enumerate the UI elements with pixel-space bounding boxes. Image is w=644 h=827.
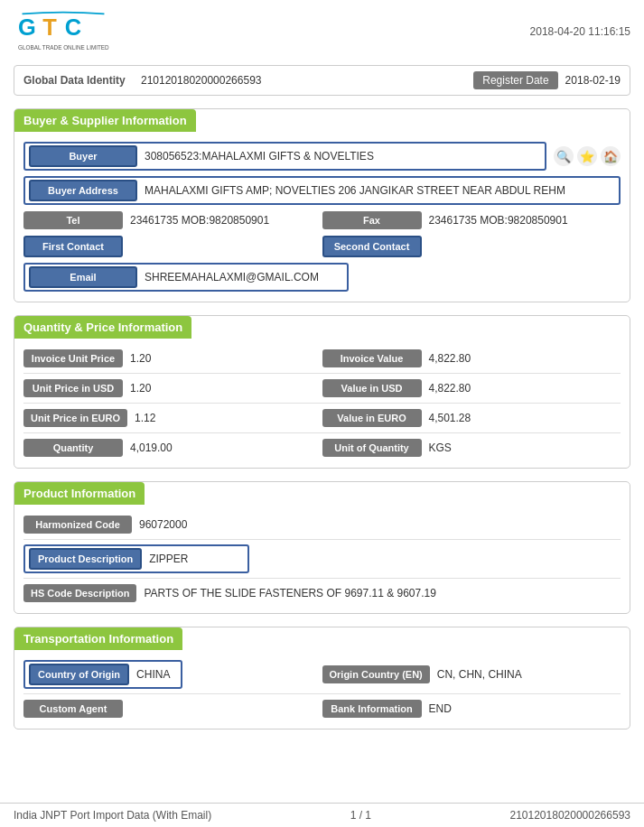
invoice-unit-price-value: 1.20 [123,352,322,365]
global-identity-row: Global Data Identity 2101201802000026659… [14,65,630,96]
fax-value: 23461735 MOB:9820850901 [422,214,621,227]
buyer-supplier-header: Buyer & Supplier Information [14,109,196,132]
datetime: 2018-04-20 11:16:15 [530,25,630,38]
harmonized-code-row: Harmonized Code 96072000 [14,512,630,537]
buyer-address-row: Buyer Address MAHALAXMI GIFTS AMP; NOVEL… [14,173,630,208]
first-contact-label: First Contact [23,236,123,257]
quantity-value: 4,019.00 [123,441,322,454]
buyer-row: Buyer 308056523:MAHALAXMI GIFTS & NOVELT… [14,139,630,173]
home-icon[interactable]: 🏠 [601,146,621,166]
product-info-header: Product Information [14,482,145,505]
footer-right: 21012018020000266593 [510,809,630,822]
buyer-icons: 🔍 ⭐ 🏠 [554,146,621,166]
origin-country-en-label: Origin Country (EN) [322,665,430,683]
country-origin-label: Country of Origin [29,664,129,685]
email-row: Email SHREEMAHALAXMI@GMAIL.COM [14,260,630,294]
tel-value: 23461735 MOB:9820850901 [123,214,322,227]
invoice-row: Invoice Unit Price 1.20 Invoice Value 4,… [14,346,630,371]
quantity-row: Quantity 4,019.00 Unit of Quantity KGS [14,435,630,460]
footer: India JNPT Port Import Data (With Email)… [0,803,644,827]
custom-bank-row: Custom Agent Bank Information END [14,696,630,721]
fax-col: Fax 23461735 MOB:9820850901 [322,211,621,229]
transportation-section: Transportation Information Country of Or… [14,627,630,729]
star-icon[interactable]: ⭐ [577,146,597,166]
value-usd-col: Value in USD 4,822.80 [322,379,621,397]
transportation-header: Transportation Information [14,627,182,650]
value-usd-value: 4,822.80 [422,382,621,395]
svg-text:GLOBAL TRADE ONLINE LIMITED: GLOBAL TRADE ONLINE LIMITED [18,44,109,51]
tel-col: Tel 23461735 MOB:9820850901 [23,211,322,229]
quantity-label: Quantity [23,439,123,457]
unit-price-euro-value: 1.12 [127,412,322,424]
footer-center: 1 / 1 [350,809,371,822]
country-origin-col: Country of Origin CHINA [23,660,322,689]
invoice-unit-price-col: Invoice Unit Price 1.20 [23,349,322,367]
unit-price-usd-label: Unit Price in USD [23,379,123,397]
gdi-label: Global Data Identity [23,74,141,87]
quantity-col: Quantity 4,019.00 [23,439,322,457]
quantity-price-section: Quantity & Price Information Invoice Uni… [14,315,630,469]
invoice-value-label: Invoice Value [322,349,422,367]
harmonized-code-label: Harmonized Code [23,516,132,534]
register-date-label: Register Date [473,71,557,89]
unit-price-usd-col: Unit Price in USD 1.20 [23,379,322,397]
invoice-value-col: Invoice Value 4,822.80 [322,349,621,367]
contacts-row: First Contact Second Contact [14,233,630,260]
header: G T C GLOBAL TRADE ONLINE LIMITED 2018-0… [14,9,630,54]
buyer-supplier-section: Buyer & Supplier Information Buyer 30805… [14,108,630,302]
logo-area: G T C GLOBAL TRADE ONLINE LIMITED [14,9,113,54]
value-euro-label: Value in EURO [322,409,422,427]
bank-info-value: END [422,702,621,715]
buyer-label: Buyer [29,145,137,167]
unit-price-euro-col: Unit Price in EURO 1.12 [23,409,322,427]
origin-country-en-value: CN, CHN, CHINA [430,668,621,681]
buyer-address-label: Buyer Address [29,180,137,201]
register-date-value: 2018-02-19 [565,74,621,87]
svg-text:C: C [65,14,81,40]
value-euro-col: Value in EURO 4,501.28 [322,409,621,427]
bank-info-label: Bank Information [322,700,422,718]
unit-of-quantity-value: KGS [422,441,621,454]
euro-row: Unit Price in EURO 1.12 Value in EURO 4,… [14,405,630,431]
hs-code-label: HS Code Description [23,584,136,602]
unit-price-usd-value: 1.20 [123,382,322,395]
unit-of-quantity-col: Unit of Quantity KGS [322,439,621,457]
logo-icon: G T C GLOBAL TRADE ONLINE LIMITED [14,9,113,54]
country-origin-value: CHINA [129,668,177,681]
unit-price-euro-label: Unit Price in EURO [23,409,127,427]
value-usd-label: Value in USD [322,379,422,397]
buyer-value: 308056523:MAHALAXMI GIFTS & NOVELTIES [137,150,541,163]
second-contact-label: Second Contact [322,236,422,257]
first-contact-col: First Contact [23,236,322,257]
buyer-address-value: MAHALAXMI GIFTS AMP; NOVELTIES 206 JANGI… [137,184,615,197]
tel-fax-row: Tel 23461735 MOB:9820850901 Fax 23461735… [14,208,630,233]
custom-agent-label: Custom Agent [23,700,123,718]
svg-text:T: T [42,14,57,40]
svg-text:G: G [18,14,36,40]
bank-info-col: Bank Information END [322,700,621,718]
second-contact-col: Second Contact [322,236,621,257]
country-origin-row: Country of Origin CHINA Origin Country (… [14,657,630,692]
search-icon[interactable]: 🔍 [554,146,574,166]
value-euro-value: 4,501.28 [422,412,621,424]
footer-left: India JNPT Port Import Data (With Email) [14,809,211,822]
email-label: Email [29,266,137,288]
usd-row: Unit Price in USD 1.20 Value in USD 4,82… [14,376,630,401]
custom-agent-col: Custom Agent [23,700,322,718]
tel-label: Tel [23,211,123,229]
fax-label: Fax [322,211,422,229]
invoice-value-value: 4,822.80 [422,352,621,365]
product-description-row: Product Description ZIPPER [14,542,630,576]
quantity-price-header: Quantity & Price Information [14,316,191,339]
hs-code-row: HS Code Description PARTS OF THE SLIDE F… [14,581,630,606]
unit-of-quantity-label: Unit of Quantity [322,439,422,457]
gdi-value: 21012018020000266593 [141,74,473,87]
product-description-label: Product Description [29,548,142,570]
harmonized-code-value: 96072000 [132,518,621,531]
product-description-value: ZIPPER [142,553,244,565]
invoice-unit-price-label: Invoice Unit Price [23,349,123,367]
hs-code-value: PARTS OF THE SLIDE FASTENERS OF 9697.11 … [136,587,621,599]
product-info-section: Product Information Harmonized Code 9607… [14,481,630,614]
origin-country-en-col: Origin Country (EN) CN, CHN, CHINA [322,665,621,683]
email-value: SHREEMAHALAXMI@GMAIL.COM [137,271,343,283]
